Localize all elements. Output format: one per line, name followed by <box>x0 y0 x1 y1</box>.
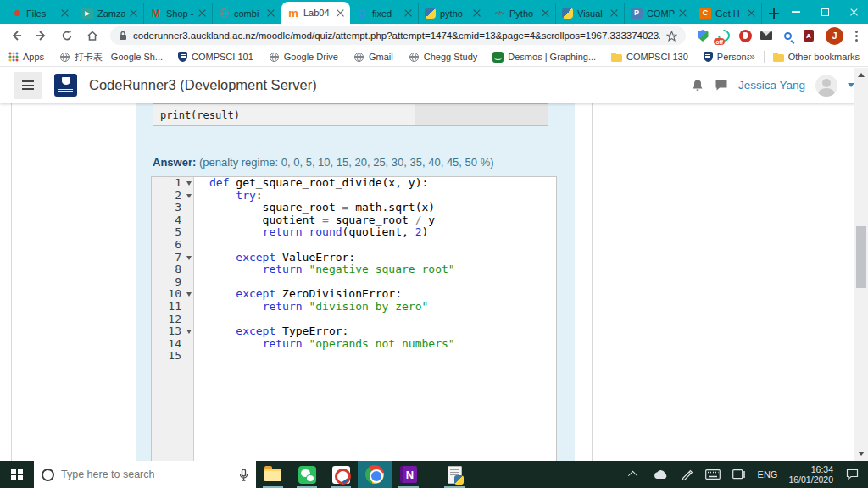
fold-arrow-icon[interactable] <box>186 194 192 198</box>
gutter-line-6[interactable]: 6 <box>152 239 193 252</box>
gutter-line-4[interactable]: 4 <box>152 214 193 227</box>
user-menu-caret-icon[interactable] <box>848 83 854 87</box>
forward-button[interactable] <box>34 28 49 43</box>
action-center-button[interactable] <box>844 467 860 482</box>
taskbar-file-explorer[interactable] <box>256 461 290 488</box>
home-button[interactable] <box>85 28 100 43</box>
gutter-line-7[interactable]: 7 <box>152 252 193 264</box>
hamburger-menu-button[interactable] <box>14 72 42 99</box>
notifications-bell-icon[interactable] <box>691 79 704 92</box>
back-button[interactable] <box>8 28 24 43</box>
bookmark-star-icon[interactable] <box>666 30 677 42</box>
browser-tab-geth[interactable]: CGet H <box>693 3 762 24</box>
gutter-line-9[interactable]: 9 <box>152 276 193 289</box>
book-extension-icon[interactable]: A <box>802 29 815 42</box>
browser-tab-visual[interactable]: Visual <box>556 3 625 24</box>
taskbar-chrome[interactable] <box>358 461 392 488</box>
gutter-line-15[interactable]: 15 <box>152 350 193 363</box>
find-extension-icon[interactable] <box>781 29 794 42</box>
bookmark-desmos-graphing[interactable]: Desmos | Graphing... <box>492 52 596 63</box>
gutter-line-3[interactable]: 3 <box>152 202 193 214</box>
code-editor[interactable]: 123456789101112131415 def get_square_roo… <box>151 176 557 461</box>
url-text[interactable]: coderunner3.auckland.ac.nz/moodle/mod/qu… <box>133 30 660 41</box>
tab-close-icon[interactable] <box>404 9 412 17</box>
browser-tab-comp[interactable]: PCOMP <box>625 3 693 24</box>
start-button[interactable] <box>0 461 34 488</box>
touch-keyboard-tray[interactable] <box>705 467 721 482</box>
taskbar-search-box[interactable] <box>34 461 256 488</box>
taskbar-wechat[interactable] <box>290 461 324 488</box>
tab-close-icon[interactable] <box>130 9 137 17</box>
reload-button[interactable] <box>59 28 75 43</box>
bookmark-gmail[interactable]: Gmail <box>353 52 393 62</box>
gutter-line-8[interactable]: 8 <box>152 263 193 276</box>
bookmark-compsci-130[interactable]: COMPSCI 130 <box>611 52 688 62</box>
pen-tray[interactable] <box>679 467 694 482</box>
gutter-line-2[interactable]: 2 <box>152 190 193 202</box>
taskbar-python-file[interactable] <box>437 461 471 488</box>
microphone-icon[interactable] <box>239 469 248 481</box>
gutter-line-10[interactable]: 10 <box>152 288 193 301</box>
dock-tray[interactable] <box>732 467 747 482</box>
shield-extension-icon[interactable] <box>696 29 709 42</box>
tab-close-icon[interactable] <box>748 9 755 17</box>
restore-button[interactable] <box>810 0 839 24</box>
bookmark-apps[interactable]: Apps <box>8 52 44 62</box>
gutter-line-5[interactable]: 5 <box>152 226 193 239</box>
university-logo[interactable] <box>54 74 77 97</box>
browser-profile-avatar[interactable]: J <box>826 27 843 45</box>
tray-expand-button[interactable] <box>626 467 642 482</box>
scrollbar-thumb[interactable] <box>856 226 866 288</box>
tab-close-icon[interactable] <box>267 9 275 17</box>
bookmarks-overflow-button[interactable]: » <box>749 51 755 63</box>
browser-tab-fixed[interactable]: Gfixed <box>350 3 419 24</box>
gutter-line-14[interactable]: 14 <box>152 338 193 351</box>
tab-close-icon[interactable] <box>198 9 206 17</box>
browser-tab-zamza[interactable]: ▶Zamza <box>75 3 144 24</box>
page-scrollbar[interactable] <box>854 68 868 461</box>
taskbar-onenote[interactable]: N <box>392 461 426 488</box>
user-name-link[interactable]: Jessica Yang <box>738 79 805 92</box>
minimize-button[interactable] <box>782 0 810 24</box>
language-indicator[interactable]: ENG <box>758 469 778 480</box>
fold-arrow-icon[interactable] <box>186 330 192 334</box>
other-bookmarks-button[interactable]: Other bookmarks <box>773 52 860 62</box>
tab-close-icon[interactable] <box>679 9 687 17</box>
browser-tab-lab04[interactable]: mLab04 <box>281 2 350 24</box>
tab-close-icon[interactable] <box>542 9 549 17</box>
tab-close-icon[interactable] <box>61 9 69 17</box>
mail-extension-icon[interactable] <box>760 29 773 42</box>
gutter-line-13[interactable]: 13 <box>152 325 193 338</box>
address-bar[interactable]: coderunner3.auckland.ac.nz/moodle/mod/qu… <box>110 26 686 45</box>
browser-tab-combi[interactable]: combi <box>213 3 281 24</box>
bookmark-google-drive[interactable]: Google Drive <box>269 52 338 62</box>
messages-bubble-icon[interactable] <box>715 79 728 92</box>
gutter-line-11[interactable]: 11 <box>152 301 193 313</box>
bookmark-personal-portal-pe[interactable]: Personal Portal - Pe... <box>704 52 749 62</box>
taskbar-app[interactable] <box>324 461 358 488</box>
scroll-up-arrow-icon[interactable] <box>858 73 865 77</box>
bookmark-chegg-study[interactable]: Chegg Study <box>409 52 478 62</box>
taskbar-clock[interactable]: 16:34 16/01/2020 <box>788 464 833 485</box>
browser-menu-button[interactable] <box>854 29 860 43</box>
adblock-extension-icon[interactable] <box>738 29 752 42</box>
close-button[interactable] <box>839 0 868 24</box>
bookmark-compsci-101[interactable]: COMPSCI 101 <box>178 52 253 62</box>
gutter-line-12[interactable]: 12 <box>152 313 193 326</box>
tab-close-icon[interactable] <box>337 9 344 17</box>
gutter-line-1[interactable]: 1 <box>152 177 193 190</box>
browser-tab-pytho[interactable]: </>Pytho <box>487 3 556 24</box>
browser-tab-shop[interactable]: MShop - <box>144 3 213 24</box>
browser-tab-pytho[interactable]: pytho <box>419 3 487 24</box>
fold-arrow-icon[interactable] <box>186 292 192 297</box>
tab-close-icon[interactable] <box>610 9 618 17</box>
search-input[interactable] <box>61 469 232 480</box>
editor-code-area[interactable]: def get_square_root_divide(x, y): try: s… <box>194 177 556 461</box>
bookmark-google-sh[interactable]: 打卡表 - Google Sh... <box>59 51 163 64</box>
browser-tab-files[interactable]: Files <box>7 3 75 24</box>
scroll-down-arrow-icon[interactable] <box>858 452 865 456</box>
fold-arrow-icon[interactable] <box>186 256 192 260</box>
fold-arrow-icon[interactable] <box>186 181 192 186</box>
onedrive-tray[interactable] <box>653 467 668 482</box>
user-avatar[interactable] <box>815 75 837 97</box>
